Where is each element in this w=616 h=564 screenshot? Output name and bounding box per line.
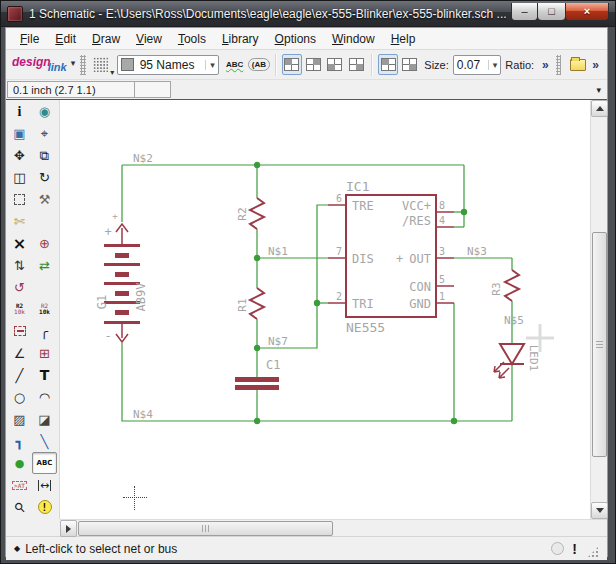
part-resistor-r3[interactable]: R3 (490, 270, 519, 301)
values-display-button[interactable]: (AB (248, 54, 270, 76)
show-tool-button[interactable]: ◉ (32, 101, 57, 123)
coordinate-readout: 0.1 inch (2.7 1.1) (7, 81, 135, 98)
logo-dropdown-icon[interactable]: ▾ (71, 59, 76, 68)
capacitor-plate (235, 377, 279, 382)
split-view-top-right-button[interactable] (304, 54, 324, 75)
part-battery-g1[interactable]: + + - G1 AB9V (95, 211, 148, 343)
text-tool-button[interactable]: T (32, 364, 57, 386)
mirror-tool-button[interactable]: ◫ (7, 167, 32, 189)
part-capacitor-c1[interactable]: C1 (235, 358, 280, 390)
name-tool-button[interactable]: R210k (7, 299, 32, 321)
errors-tool-button[interactable]: ! (32, 496, 57, 518)
net-wires[interactable] (122, 165, 512, 421)
vertical-scroll-thumb[interactable] (592, 232, 607, 457)
copy-tool-button[interactable]: ⧉ (32, 145, 57, 167)
design-link-logo[interactable]: design link ▾ (12, 56, 75, 73)
window-frame: File Edit Draw View Tools Library Option… (1, 27, 615, 563)
split-tool-button[interactable]: ∠ (7, 342, 32, 364)
minimize-button[interactable]: – (511, 3, 538, 21)
bus-tool-button[interactable]: ┓ (7, 430, 32, 452)
pinswap-tool-button[interactable]: ⇅ (7, 255, 32, 277)
quadrant-bottom-right-icon (402, 58, 417, 71)
display-mode-2-button[interactable] (400, 54, 420, 75)
menu-view[interactable]: View (128, 30, 170, 48)
close-button[interactable]: × (565, 3, 609, 21)
part-led1[interactable]: LED1 (494, 344, 540, 378)
delete-tool-button[interactable]: × (7, 233, 32, 255)
cut-tool-button[interactable]: ✄ (7, 211, 32, 233)
replace-tool-button[interactable]: ⇄ (32, 255, 57, 277)
resize-grip[interactable] (587, 546, 599, 558)
rotate-tool-button[interactable]: ↻ (32, 167, 57, 189)
menu-options[interactable]: Options (267, 30, 324, 48)
toolbar-overflow-chevron[interactable]: » (592, 58, 599, 72)
schematic-canvas[interactable]: + + - G1 AB9V R2 R1 (60, 100, 590, 519)
scroll-up-button[interactable] (591, 100, 608, 117)
menu-help[interactable]: Help (383, 30, 424, 48)
size-select[interactable]: 0.07 ▾ (453, 55, 502, 75)
part-resistor-r1[interactable]: R1 (236, 288, 264, 319)
invoke-tool-button[interactable]: ⊞ (32, 342, 57, 364)
bus-icon: ┓ (16, 435, 24, 448)
split-view-bottom-right-button[interactable] (347, 54, 367, 75)
menu-library[interactable]: Library (214, 30, 267, 48)
attribute-icon: >AT (12, 481, 27, 490)
part-ic1-ne555[interactable]: IC1 NE555 6 7 2 8 4 3 5 1 TRE DIS (328, 179, 454, 335)
arc-icon: ◠ (39, 391, 50, 404)
info-tool-button[interactable]: i (7, 101, 32, 123)
menu-file[interactable]: File (12, 30, 47, 48)
toolbar-extension-arrow-icon[interactable]: ▾ (596, 85, 601, 95)
palette-spacer (32, 277, 57, 299)
menu-tools[interactable]: Tools (170, 30, 214, 48)
menu-window[interactable]: Window (324, 30, 383, 48)
layer-select[interactable]: 95 Names ▾ (117, 55, 219, 75)
gateswap-tool-button[interactable]: ↺ (7, 277, 32, 299)
move-tool-button[interactable]: ✥ (7, 145, 32, 167)
scroll-right-button[interactable] (60, 520, 77, 537)
rect-tool-button[interactable]: ▨ (7, 408, 32, 430)
arc-tool-button[interactable]: ◠ (32, 386, 57, 408)
change-tool-button[interactable]: ⚒ (32, 189, 57, 211)
scroll-down-button[interactable] (591, 502, 608, 519)
status-bullet-icon: ◆ (14, 544, 20, 553)
label-tool-button-active[interactable]: ABC (32, 452, 57, 474)
split-view-top-left-button[interactable] (282, 54, 302, 75)
grid-button[interactable] (90, 54, 112, 76)
palette-spacer (32, 211, 57, 233)
net-tool-button[interactable]: ╲ (32, 430, 57, 452)
vertical-scrollbar[interactable] (590, 100, 607, 519)
add-part-button[interactable]: ⊕ (32, 233, 57, 255)
split-view-bottom-left-button[interactable] (325, 54, 345, 75)
circle-tool-button[interactable]: ○ (7, 386, 32, 408)
pin-number: 7 (336, 246, 342, 257)
toolbar-overflow-chevron[interactable]: » (542, 58, 549, 72)
smash-tool-button[interactable] (7, 320, 32, 342)
toolbar-drag-handle (556, 55, 562, 75)
part-resistor-r2[interactable]: R2 (236, 198, 264, 229)
names-display-button[interactable]: ABC (224, 54, 246, 76)
attribute-tool-button[interactable]: >AT (7, 474, 32, 496)
display-layers-button[interactable]: ▣ (7, 123, 32, 145)
menu-edit[interactable]: Edit (47, 30, 84, 48)
net-labels[interactable]: N$2 N$1 N$7 N$4 N$3 N$5 (133, 152, 524, 421)
group-tool-button[interactable] (7, 189, 32, 211)
maximize-button[interactable]: □ (538, 3, 565, 21)
menu-bar: File Edit Draw View Tools Library Option… (6, 28, 607, 50)
wire-tool-button[interactable]: ╱ (7, 364, 32, 386)
horizontal-scroll-thumb[interactable] (78, 521, 333, 536)
open-file-button[interactable] (565, 54, 587, 76)
miter-tool-button[interactable]: ╭ (32, 320, 57, 342)
wire-icon: ╱ (16, 369, 24, 382)
title-bar[interactable]: 1 Schematic - E:\Users\Ross\Documents\ea… (1, 1, 615, 27)
menu-draw[interactable]: Draw (84, 30, 128, 48)
erc-tool-button[interactable]: ⚲ (7, 496, 32, 518)
junction-tool-button[interactable]: ● (7, 452, 32, 474)
ic-name-label: IC1 (346, 179, 369, 194)
horizontal-scrollbar[interactable] (60, 519, 607, 536)
polygon-tool-button[interactable]: ◪ (32, 408, 57, 430)
display-mode-1-button[interactable] (378, 54, 398, 75)
circle-icon: ○ (14, 391, 25, 404)
value-tool-button[interactable]: R210k (32, 299, 57, 321)
mark-tool-button[interactable]: ⌖ (32, 123, 57, 145)
dimension-tool-button[interactable]: ↔ (32, 474, 57, 496)
